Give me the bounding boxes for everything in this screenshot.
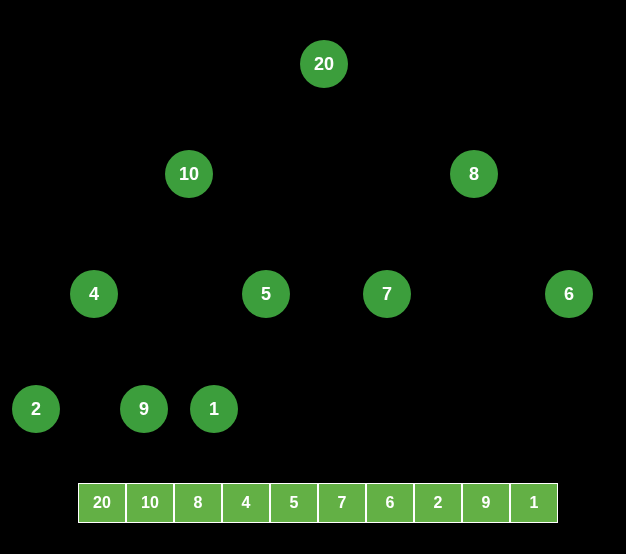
array-cell: 1: [510, 483, 558, 523]
tree-node: 2: [12, 385, 60, 433]
array-cell: 6: [366, 483, 414, 523]
tree-node: 7: [363, 270, 411, 318]
tree-node: 4: [70, 270, 118, 318]
array-cell: 2: [414, 483, 462, 523]
tree-node: 1: [190, 385, 238, 433]
tree-node: 8: [450, 150, 498, 198]
heap-diagram: 20 10 8 4 5 7 6 2 9 1 20 10 8 4 5 7 6 2 …: [0, 0, 626, 554]
array-cell: 9: [462, 483, 510, 523]
tree-node-root: 20: [300, 40, 348, 88]
heap-array: 20 10 8 4 5 7 6 2 9 1: [78, 483, 558, 523]
array-cell: 7: [318, 483, 366, 523]
tree-node: 5: [242, 270, 290, 318]
array-cell: 4: [222, 483, 270, 523]
tree-node: 9: [120, 385, 168, 433]
array-cell: 8: [174, 483, 222, 523]
array-cell: 10: [126, 483, 174, 523]
array-cell: 5: [270, 483, 318, 523]
tree-node: 6: [545, 270, 593, 318]
tree-node: 10: [165, 150, 213, 198]
array-cell: 20: [78, 483, 126, 523]
